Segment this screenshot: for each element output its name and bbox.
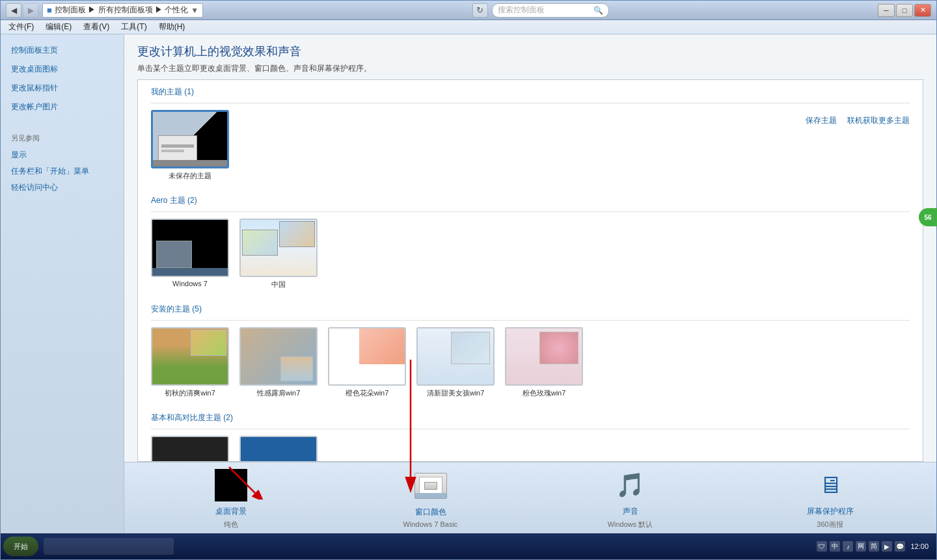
theme-thumb-china: [239, 219, 318, 277]
theme-windows7[interactable]: Windows 7: [151, 219, 229, 289]
theme-orange-flower[interactable]: 橙色花朵win7: [328, 327, 406, 398]
minimize-button[interactable]: ─: [878, 4, 895, 17]
tray-icon-volume[interactable]: ♪: [843, 541, 853, 552]
theme-thumb-orange: [328, 327, 406, 386]
close-button[interactable]: ✕: [914, 4, 931, 17]
sidebar-item-desktop-icons[interactable]: 更改桌面图标: [1, 60, 124, 79]
main-area: 控制面板主页 更改桌面图标 更改鼠标指针 更改帐户图片 另见参阅 显示 任务栏和…: [1, 34, 936, 533]
desktop-bg-icon: [213, 467, 249, 503]
sidebar-also-display[interactable]: 显示: [1, 147, 124, 163]
theme-basic-black[interactable]: [151, 436, 229, 462]
save-row: 保存主题 联机获取更多主题: [806, 110, 910, 131]
bottom-desktop-bg[interactable]: 桌面背景 纯色: [198, 467, 264, 529]
forward-button[interactable]: ▶: [23, 3, 38, 18]
installed-themes-grid: 初秋的清爽win7 性感露肩win7 橙色花朵win7: [151, 327, 910, 406]
window-color-sublabel: Windows 7 Basic: [403, 520, 458, 528]
nav-buttons: ◀ ▶: [6, 3, 38, 18]
china-img2: [242, 230, 278, 256]
path-dropdown-icon[interactable]: ▼: [191, 6, 198, 15]
tray-icon-lang[interactable]: 简: [869, 541, 879, 552]
menu-tools[interactable]: 工具(T): [116, 20, 152, 34]
side-circle-label: 56: [924, 214, 931, 221]
theme-thumb-sexy: [239, 327, 318, 386]
save-theme-link[interactable]: 保存主题: [806, 115, 837, 126]
tray-icon-media[interactable]: ▶: [882, 541, 892, 552]
sound-icon: 🎵: [612, 467, 649, 503]
theme-girl[interactable]: 清新甜美女孩win7: [416, 327, 495, 398]
wc-bar: [415, 493, 446, 498]
china-img1: [279, 221, 315, 247]
menu-help[interactable]: 帮助(H): [154, 20, 191, 34]
start-label: 开始: [14, 542, 28, 552]
theme-china[interactable]: 中国: [239, 219, 318, 289]
themes-scroll-area[interactable]: 我的主题 (1) 未保存的主题: [137, 79, 923, 462]
bottom-window-color[interactable]: 窗口颜色 Windows 7 Basic: [398, 468, 463, 528]
content-subtitle: 单击某个主题立即更改桌面背景、窗口颜色、声音和屏幕保护程序。: [137, 63, 923, 74]
get-more-themes-link[interactable]: 联机获取更多主题: [847, 115, 910, 126]
win7-taskbar: [152, 268, 228, 276]
wc-window: [424, 482, 437, 490]
menu-file[interactable]: 文件(F): [3, 20, 39, 34]
sidebar-item-account[interactable]: 更改帐户图片: [1, 98, 124, 116]
theme-label-sexy: 性感露肩win7: [257, 388, 301, 398]
sexy-overlay: [280, 356, 313, 381]
theme-label-unsaved: 未保存的主题: [169, 171, 211, 181]
theme-thumb-unsaved: [151, 110, 229, 168]
theme-thumb-win7: [151, 219, 229, 277]
search-icon: 🔍: [593, 6, 603, 15]
sidebar-also-accessibility[interactable]: 轻松访问中心: [1, 180, 124, 196]
sidebar-item-home[interactable]: 控制面板主页: [1, 41, 124, 60]
my-themes-grid: 未保存的主题: [151, 110, 229, 189]
start-button[interactable]: 开始: [3, 537, 38, 556]
theme-sexy[interactable]: 性感露肩win7: [239, 327, 318, 398]
content-header: 更改计算机上的视觉效果和声音 单击某个主题立即更改桌面背景、窗口颜色、声音和屏幕…: [124, 34, 936, 79]
tray-icon-360[interactable]: 🛡: [817, 541, 827, 552]
aero-themes-grid: Windows 7 中国: [151, 219, 910, 297]
tray-icon-network[interactable]: 网: [856, 541, 866, 552]
sound-sublabel: Windows 默认: [608, 520, 653, 529]
bottom-screensaver[interactable]: 🖥 屏幕保护程序 360画报: [798, 467, 863, 529]
refresh-button[interactable]: ↻: [472, 3, 488, 18]
win-icon: ■: [47, 5, 52, 15]
bottom-sound[interactable]: 🎵 声音 Windows 默认: [598, 467, 663, 529]
theme-thumb-rose: [505, 327, 583, 386]
aero-themes-title: Aero 主题 (2): [151, 189, 910, 212]
autumn-overlay: [191, 330, 226, 356]
content-title: 更改计算机上的视觉效果和声音: [137, 44, 923, 59]
unsaved-bar2: [161, 150, 184, 152]
theme-thumb-basic-blue: [239, 436, 318, 462]
menu-edit[interactable]: 编辑(E): [40, 20, 77, 34]
also-section-label: 另见参阅: [1, 129, 124, 147]
sound-label: 声音: [623, 506, 638, 517]
desktop-bg-thumbnail: [215, 469, 247, 501]
theme-label-win7: Windows 7: [172, 280, 208, 287]
sidebar-item-mouse[interactable]: 更改鼠标指针: [1, 79, 124, 98]
basic-themes-title: 基本和高对比度主题 (2): [151, 406, 910, 429]
wc-icon-wrap: [414, 473, 447, 499]
theme-autumn[interactable]: 初秋的清爽win7: [151, 327, 229, 398]
search-box[interactable]: 搜索控制面板 🔍: [492, 3, 609, 18]
tray-icon-notify[interactable]: 💬: [895, 541, 905, 552]
unsaved-overlay: [158, 135, 197, 161]
tray-icon-zh[interactable]: 中: [830, 541, 840, 552]
menu-bar: 文件(F) 编辑(E) 查看(V) 工具(T) 帮助(H): [1, 20, 936, 34]
side-360-circle[interactable]: 56: [919, 208, 937, 226]
title-bar-left: ◀ ▶ ■ 控制面板 ▶ 所有控制面板项 ▶ 个性化 ▼: [6, 3, 203, 18]
girl-img: [451, 332, 490, 364]
address-bar[interactable]: ■ 控制面板 ▶ 所有控制面板项 ▶ 个性化 ▼: [42, 3, 203, 18]
theme-thumb-autumn: [151, 327, 229, 386]
theme-rose[interactable]: 粉色玫瑰win7: [505, 327, 583, 398]
screensaver-icon-glyph: 🖥: [819, 472, 842, 499]
window-controls: ─ □ ✕: [878, 4, 931, 17]
maximize-button[interactable]: □: [896, 4, 913, 17]
sidebar: 控制面板主页 更改桌面图标 更改鼠标指针 更改帐户图片 另见参阅 显示 任务栏和…: [1, 34, 124, 533]
desktop-bg-label: 桌面背景: [215, 506, 247, 517]
menu-view[interactable]: 查看(V): [78, 20, 115, 34]
win7-small-window: [156, 241, 192, 268]
sidebar-also-taskbar[interactable]: 任务栏和「开始」菜单: [1, 163, 124, 180]
theme-basic-blue[interactable]: [239, 436, 318, 462]
taskbar-pinned-area: [44, 538, 174, 555]
desktop-bg-sublabel: 纯色: [224, 520, 238, 529]
theme-unsaved[interactable]: 未保存的主题: [151, 110, 229, 181]
back-button[interactable]: ◀: [6, 3, 21, 18]
